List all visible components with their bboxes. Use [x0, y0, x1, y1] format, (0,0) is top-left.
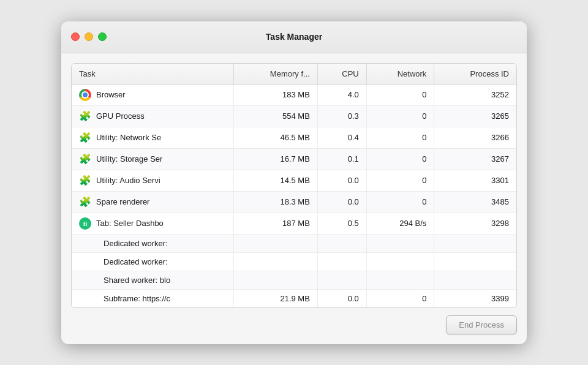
- network-cell-0: 0: [366, 84, 434, 105]
- pid-cell-0: 3252: [434, 84, 516, 105]
- pid-cell-4: 3301: [434, 170, 516, 191]
- table-row[interactable]: Dedicated worker:: [72, 234, 516, 252]
- pid-cell-9: [434, 271, 516, 289]
- memory-cell-9: [233, 271, 317, 289]
- task-cell-5: 🧩Spare renderer: [72, 191, 233, 213]
- table-row[interactable]: Browser183 MB4.003252: [72, 84, 516, 105]
- task-cell-0: Browser: [72, 84, 233, 105]
- network-cell-5: 0: [366, 191, 434, 213]
- table-row[interactable]: fiTab: Seller Dashbo187 MB0.5294 B/s3298: [72, 213, 516, 234]
- task-cell-6: fiTab: Seller Dashbo: [72, 213, 233, 234]
- table-row[interactable]: 🧩Spare renderer18.3 MB0.003485: [72, 191, 516, 213]
- col-header-cpu[interactable]: CPU: [317, 64, 366, 85]
- window-title: Task Manager: [266, 32, 322, 42]
- task-label: Browser: [96, 90, 126, 99]
- memory-cell-5: 18.3 MB: [233, 191, 317, 213]
- cpu-cell-10: 0.0: [317, 289, 366, 307]
- task-label: Tab: Seller Dashbo: [96, 219, 164, 228]
- cpu-cell-6: 0.5: [317, 213, 366, 234]
- cpu-cell-9: [317, 271, 366, 289]
- network-cell-8: [366, 252, 434, 271]
- memory-cell-10: 21.9 MB: [233, 289, 317, 307]
- puzzle-icon: 🧩: [79, 132, 91, 144]
- table-header-row: Task Memory f... CPU Network Process ID: [72, 64, 516, 85]
- task-cell-2: 🧩Utility: Network Se: [72, 127, 233, 148]
- pid-cell-8: [434, 252, 516, 271]
- col-header-task[interactable]: Task: [72, 64, 233, 85]
- task-label: Dedicated worker:: [104, 257, 168, 266]
- network-cell-1: 0: [366, 105, 434, 127]
- memory-cell-4: 14.5 MB: [233, 170, 317, 191]
- network-cell-3: 0: [366, 148, 434, 170]
- task-label: Dedicated worker:: [104, 239, 168, 248]
- cpu-cell-2: 0.4: [317, 127, 366, 148]
- col-header-pid[interactable]: Process ID: [434, 64, 516, 85]
- task-manager-window: Task Manager Task Memory f... CPU Networ…: [61, 21, 527, 344]
- pid-cell-3: 3267: [434, 148, 516, 170]
- memory-cell-0: 183 MB: [233, 84, 317, 105]
- task-cell-7: Dedicated worker:: [72, 234, 233, 252]
- pid-cell-5: 3485: [434, 191, 516, 213]
- table-row[interactable]: 🧩GPU Process554 MB0.303265: [72, 105, 516, 127]
- task-label: Shared worker: blo: [104, 276, 170, 285]
- fiverr-icon: fi: [79, 217, 91, 230]
- table-row[interactable]: Subframe: https://c21.9 MB0.003399: [72, 289, 516, 307]
- cpu-cell-7: [317, 234, 366, 252]
- table-row[interactable]: 🧩Utility: Network Se46.5 MB0.403266: [72, 127, 516, 148]
- task-cell-8: Dedicated worker:: [72, 252, 233, 271]
- task-cell-10: Subframe: https://c: [72, 289, 233, 307]
- memory-cell-6: 187 MB: [233, 213, 317, 234]
- task-label: Utility: Audio Servi: [96, 176, 160, 185]
- table-row[interactable]: Dedicated worker:: [72, 252, 516, 271]
- cpu-cell-1: 0.3: [317, 105, 366, 127]
- cpu-cell-5: 0.0: [317, 191, 366, 213]
- table-row[interactable]: Shared worker: blo: [72, 271, 516, 289]
- table-row[interactable]: 🧩Utility: Audio Servi14.5 MB0.003301: [72, 170, 516, 191]
- memory-cell-2: 46.5 MB: [233, 127, 317, 148]
- maximize-button[interactable]: [98, 32, 107, 41]
- chrome-icon: [79, 89, 91, 101]
- task-cell-1: 🧩GPU Process: [72, 105, 233, 127]
- end-process-button[interactable]: End Process: [446, 315, 517, 334]
- task-label: Utility: Storage Ser: [96, 154, 162, 164]
- task-label: Utility: Network Se: [96, 133, 161, 142]
- titlebar: Task Manager: [61, 21, 527, 53]
- task-cell-3: 🧩Utility: Storage Ser: [72, 148, 233, 170]
- task-cell-9: Shared worker: blo: [72, 271, 233, 289]
- task-cell-4: 🧩Utility: Audio Servi: [72, 170, 233, 191]
- table-body: Browser183 MB4.003252🧩GPU Process554 MB0…: [72, 84, 516, 307]
- pid-cell-6: 3298: [434, 213, 516, 234]
- cpu-cell-8: [317, 252, 366, 271]
- process-table-container: Task Memory f... CPU Network Process ID …: [71, 63, 517, 308]
- col-header-memory[interactable]: Memory f...: [233, 64, 317, 85]
- col-header-network[interactable]: Network: [366, 64, 434, 85]
- process-table: Task Memory f... CPU Network Process ID …: [72, 64, 516, 307]
- task-label: GPU Process: [96, 111, 145, 121]
- memory-cell-3: 16.7 MB: [233, 148, 317, 170]
- main-content: Task Memory f... CPU Network Process ID …: [61, 53, 527, 344]
- cpu-cell-4: 0.0: [317, 170, 366, 191]
- network-cell-10: 0: [366, 289, 434, 307]
- network-cell-9: [366, 271, 434, 289]
- pid-cell-2: 3266: [434, 127, 516, 148]
- puzzle-icon: 🧩: [79, 175, 91, 187]
- memory-cell-7: [233, 234, 317, 252]
- footer: End Process: [71, 308, 517, 334]
- puzzle-icon: 🧩: [79, 196, 91, 208]
- puzzle-icon: 🧩: [79, 153, 91, 165]
- close-button[interactable]: [71, 32, 80, 41]
- pid-cell-1: 3265: [434, 105, 516, 127]
- network-cell-4: 0: [366, 170, 434, 191]
- minimize-button[interactable]: [85, 32, 93, 41]
- task-label: Spare renderer: [96, 197, 149, 206]
- puzzle-icon: 🧩: [79, 110, 91, 122]
- cpu-cell-3: 0.1: [317, 148, 366, 170]
- traffic-lights: [71, 32, 107, 41]
- memory-cell-1: 554 MB: [233, 105, 317, 127]
- table-row[interactable]: 🧩Utility: Storage Ser16.7 MB0.103267: [72, 148, 516, 170]
- network-cell-2: 0: [366, 127, 434, 148]
- task-label: Subframe: https://c: [104, 294, 170, 303]
- pid-cell-10: 3399: [434, 289, 516, 307]
- cpu-cell-0: 4.0: [317, 84, 366, 105]
- network-cell-6: 294 B/s: [366, 213, 434, 234]
